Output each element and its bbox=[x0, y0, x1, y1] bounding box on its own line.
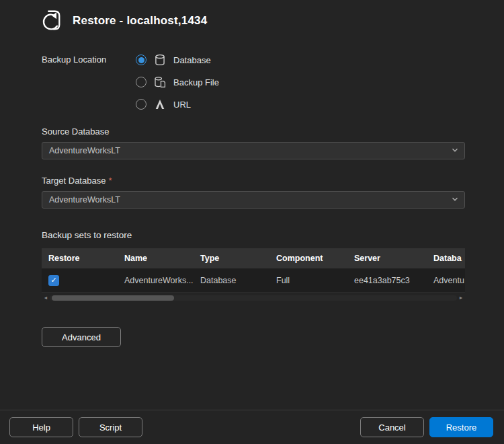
radio-option-database[interactable]: Database bbox=[136, 54, 219, 66]
horizontal-scrollbar[interactable]: ◄ ► bbox=[42, 293, 465, 302]
column-header-database: Databa bbox=[427, 254, 465, 263]
restore-checkbox[interactable] bbox=[48, 275, 59, 286]
footer-left-buttons: Help Script bbox=[9, 417, 142, 437]
chevron-down-icon bbox=[451, 146, 459, 156]
cell-server: ee41a3ab75c3 bbox=[347, 276, 427, 285]
backup-sets-label: Backup sets to restore bbox=[42, 230, 465, 240]
script-button[interactable]: Script bbox=[79, 417, 142, 437]
target-database-value: AdventureWorksLT bbox=[49, 195, 120, 205]
cell-restore bbox=[42, 275, 118, 286]
dialog-footer: Help Script Cancel Restore bbox=[0, 410, 504, 444]
column-header-component: Component bbox=[269, 254, 347, 263]
radio-backup-file[interactable] bbox=[136, 77, 146, 87]
cell-component: Full bbox=[269, 276, 347, 285]
backup-location-label: Backup Location bbox=[42, 54, 136, 110]
dialog-title: Restore - localhost,1434 bbox=[73, 14, 207, 28]
help-button[interactable]: Help bbox=[9, 417, 73, 437]
scrollbar-track[interactable] bbox=[50, 295, 457, 301]
target-database-field: Target Database* AdventureWorksLT bbox=[0, 176, 504, 209]
footer-right-buttons: Cancel Restore bbox=[360, 417, 493, 437]
target-database-label: Target Database* bbox=[42, 176, 465, 186]
backup-file-icon bbox=[154, 76, 166, 88]
advanced-button[interactable]: Advanced bbox=[42, 327, 121, 347]
table-row[interactable]: AdventureWorks... Database Full ee41a3ab… bbox=[42, 268, 465, 293]
scroll-left-arrow[interactable]: ◄ bbox=[42, 293, 50, 302]
target-database-label-text: Target Database bbox=[42, 176, 106, 186]
column-header-name: Name bbox=[118, 254, 194, 263]
radio-database[interactable] bbox=[136, 54, 146, 65]
dialog-header: Restore - localhost,1434 bbox=[0, 0, 504, 34]
source-database-dropdown[interactable]: AdventureWorksLT bbox=[42, 142, 465, 159]
radio-option-backup-file[interactable]: Backup File bbox=[136, 76, 219, 88]
url-icon bbox=[154, 98, 166, 110]
restore-dialog: Restore - localhost,1434 Backup Location… bbox=[0, 0, 504, 444]
backup-location-options: Database Backup File bbox=[136, 54, 219, 110]
column-header-type: Type bbox=[194, 254, 269, 263]
radio-label-url: URL bbox=[173, 100, 191, 110]
scrollbar-thumb[interactable] bbox=[52, 295, 174, 301]
cell-name: AdventureWorks... bbox=[118, 276, 194, 285]
restore-icon bbox=[38, 8, 63, 34]
cell-database: Adventu bbox=[427, 276, 465, 285]
backup-sets-section: Backup sets to restore Restore Name Type… bbox=[0, 230, 504, 302]
radio-option-url[interactable]: URL bbox=[136, 98, 219, 110]
chevron-down-icon bbox=[451, 195, 459, 205]
source-database-field: Source Database AdventureWorksLT bbox=[0, 126, 504, 159]
scroll-right-arrow[interactable]: ► bbox=[457, 293, 465, 302]
source-database-value: AdventureWorksLT bbox=[49, 146, 120, 155]
cancel-button[interactable]: Cancel bbox=[360, 417, 424, 437]
radio-label-backup-file: Backup File bbox=[173, 77, 219, 87]
source-database-label: Source Database bbox=[42, 126, 465, 137]
column-header-server: Server bbox=[347, 254, 427, 263]
restore-button[interactable]: Restore bbox=[429, 417, 493, 437]
backup-location-group: Backup Location Database bbox=[0, 54, 504, 110]
target-database-dropdown[interactable]: AdventureWorksLT bbox=[42, 191, 465, 209]
column-header-restore: Restore bbox=[42, 254, 118, 263]
backup-sets-table: Restore Name Type Component Server Datab… bbox=[42, 248, 465, 302]
cell-type: Database bbox=[194, 276, 269, 285]
required-marker: * bbox=[108, 176, 112, 186]
table-header-row: Restore Name Type Component Server Datab… bbox=[42, 248, 465, 268]
radio-url[interactable] bbox=[136, 99, 146, 110]
radio-label-database: Database bbox=[173, 55, 211, 65]
database-icon bbox=[154, 54, 166, 66]
